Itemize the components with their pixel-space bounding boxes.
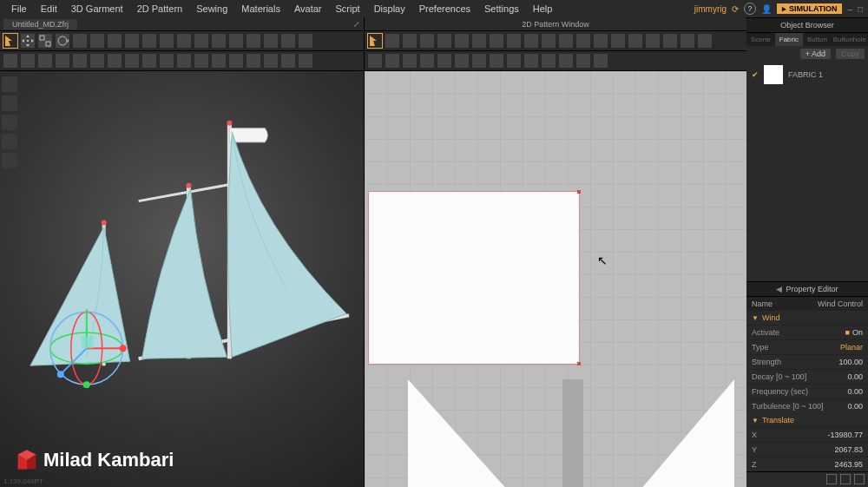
viewport-3d[interactable]	[0, 71, 364, 487]
tool2d-r2-13-icon[interactable]	[576, 54, 590, 68]
tool2d-18-icon[interactable]	[663, 34, 677, 48]
menu-edit[interactable]: Edit	[35, 2, 63, 16]
tool-misc2-icon[interactable]	[264, 34, 278, 48]
tool2d-r2-1-icon[interactable]	[368, 54, 382, 68]
val-turbulence[interactable]: 0.00	[847, 402, 863, 411]
tool-r2-9-icon[interactable]	[142, 54, 156, 68]
tool-r2-5-icon[interactable]	[73, 54, 87, 68]
tool2d-rect-icon[interactable]	[403, 34, 417, 48]
tool-button-icon[interactable]	[142, 34, 156, 48]
collapse-arrow-icon[interactable]: ◀	[776, 285, 782, 293]
tool2d-r2-8-icon[interactable]	[490, 54, 503, 68]
menu-preferences[interactable]: Preferences	[413, 2, 477, 16]
pattern-triangle-right[interactable]	[587, 379, 734, 487]
activate-check-icon[interactable]: ■	[845, 328, 850, 337]
tool2d-r2-10-icon[interactable]	[524, 54, 538, 68]
tool-r2-14-icon[interactable]	[229, 54, 243, 68]
val-frequency[interactable]: 0.00	[847, 387, 863, 396]
tool-r2-2-icon[interactable]	[21, 54, 35, 68]
copy-button[interactable]: Copy	[836, 49, 865, 59]
tool-r2-16-icon[interactable]	[264, 54, 278, 68]
tool-r2-8-icon[interactable]	[125, 54, 139, 68]
tool2d-r2-7-icon[interactable]	[472, 54, 486, 68]
tool-misc4-icon[interactable]	[299, 34, 312, 48]
row-z[interactable]: Z2463.95	[746, 457, 868, 471]
tool2d-r2-9-icon[interactable]	[507, 54, 521, 68]
row-turbulence[interactable]: Turbulence [0 ~ 100]0.00	[746, 398, 868, 413]
tool-r2-1-icon[interactable]	[3, 54, 17, 68]
tool2d-fold-icon[interactable]	[507, 34, 521, 48]
tool2d-14-icon[interactable]	[594, 34, 608, 48]
tool-r2-18-icon[interactable]	[299, 54, 312, 68]
tool2d-17-icon[interactable]	[646, 34, 660, 48]
val-strength[interactable]: 100.00	[838, 358, 863, 366]
tool2d-seam-icon[interactable]	[490, 34, 503, 48]
tool-mesh-icon[interactable]	[90, 34, 104, 48]
tool2d-12-icon[interactable]	[559, 34, 573, 48]
tool-select-icon[interactable]	[3, 34, 17, 48]
tool2d-select-icon[interactable]	[368, 34, 382, 48]
menu-script[interactable]: Script	[330, 2, 366, 16]
tool2d-notch-icon[interactable]	[472, 34, 486, 48]
tool2d-trace-icon[interactable]	[524, 34, 538, 48]
row-activate[interactable]: Activate■On	[746, 325, 868, 339]
val-decay[interactable]: 0.00	[847, 372, 863, 381]
sync-icon[interactable]: ⟳	[732, 4, 739, 14]
tool-r2-10-icon[interactable]	[160, 54, 174, 68]
tab-button[interactable]: Button	[803, 33, 832, 46]
tool-r2-13-icon[interactable]	[212, 54, 226, 68]
menu-help[interactable]: Help	[527, 2, 559, 16]
tab-scene[interactable]: Scene	[746, 33, 775, 46]
tool-move-icon[interactable]	[21, 34, 35, 48]
menu-file[interactable]: File	[5, 2, 33, 16]
tool-r2-4-icon[interactable]	[56, 54, 69, 68]
tool-r2-7-icon[interactable]	[108, 54, 122, 68]
tool-pucker-icon[interactable]	[229, 34, 243, 48]
tool-tack-icon[interactable]	[125, 34, 139, 48]
menu-avatar[interactable]: Avatar	[288, 2, 328, 16]
group-header-wind[interactable]: Wind	[746, 311, 868, 325]
tool-r2-6-icon[interactable]	[90, 54, 104, 68]
tool2d-line-icon[interactable]	[437, 34, 451, 48]
tool2d-edit-icon[interactable]	[385, 34, 399, 48]
tool2d-16-icon[interactable]	[628, 34, 642, 48]
val-z[interactable]: 2463.95	[834, 460, 863, 469]
row-x[interactable]: X-13980.77	[746, 427, 868, 442]
help-icon[interactable]: ?	[744, 3, 756, 15]
pattern-triangle-left[interactable]	[408, 379, 564, 487]
tool-graphic-icon[interactable]	[194, 34, 208, 48]
tool-r2-12-icon[interactable]	[194, 54, 208, 68]
tool2d-r2-5-icon[interactable]	[437, 54, 451, 68]
tool-r2-17-icon[interactable]	[281, 54, 295, 68]
pattern-rectangle[interactable]	[368, 191, 580, 365]
tool2d-19-icon[interactable]	[681, 34, 694, 48]
group-header-translate[interactable]: Translate	[746, 413, 868, 427]
layout-icon-2[interactable]	[840, 474, 851, 484]
tool2d-20-icon[interactable]	[698, 34, 712, 48]
tool-topstitch-icon[interactable]	[212, 34, 226, 48]
menu-sewing[interactable]: Sewing	[190, 2, 233, 16]
tool-stitch-icon[interactable]	[108, 34, 122, 48]
tool-rotate-icon[interactable]	[56, 34, 69, 48]
fabric-list-item[interactable]: ✔ FABRIC 1	[746, 62, 868, 88]
tool2d-r2-6-icon[interactable]	[455, 54, 469, 68]
row-decay[interactable]: Decay [0 ~ 100]0.00	[746, 369, 868, 384]
tool2d-r2-14-icon[interactable]	[594, 54, 608, 68]
tool-zipper-icon[interactable]	[160, 34, 174, 48]
tool2d-r2-4-icon[interactable]	[420, 54, 434, 68]
row-type[interactable]: TypePlanar	[746, 339, 868, 354]
menu-settings[interactable]: Settings	[478, 2, 525, 16]
pattern-mast[interactable]	[562, 379, 583, 487]
tool2d-circle-icon[interactable]	[420, 34, 434, 48]
layout-icon-1[interactable]	[826, 474, 837, 484]
maximize-view-icon[interactable]: ⤢	[353, 20, 360, 29]
file-tab[interactable]: Untitled_MD.Zfrj	[3, 19, 77, 30]
menu-materials[interactable]: Materials	[235, 2, 286, 16]
menu-display[interactable]: Display	[368, 2, 411, 16]
tool-scale-icon[interactable]	[38, 34, 52, 48]
tool-pin-icon[interactable]	[73, 34, 87, 48]
tool2d-13-icon[interactable]	[576, 34, 590, 48]
tab-buttonhole[interactable]: Buttonhole	[832, 33, 868, 46]
tab-fabric[interactable]: Fabric	[775, 33, 804, 46]
minimize-icon[interactable]: –	[847, 4, 852, 14]
